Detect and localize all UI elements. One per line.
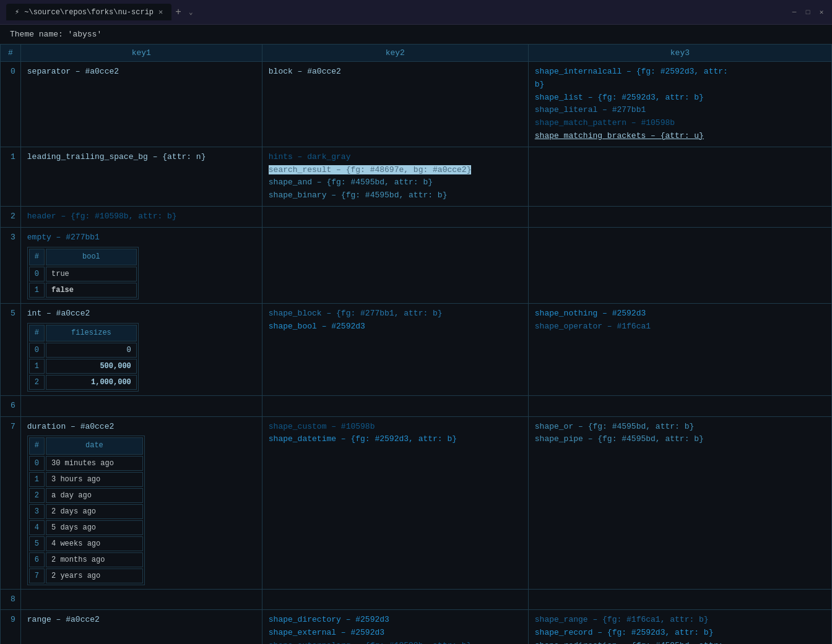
col2-r1-hints: hints – dark_gray xyxy=(269,151,522,164)
col1-r7: duration – #a0cce2 xyxy=(27,422,114,431)
tab-label: ~\source\repos\forks\nu-scrip xyxy=(24,8,154,17)
main-content: # key1 key2 key3 0 separator – #a0cce2 b… xyxy=(0,44,832,644)
col1-row0: separator – #a0cce2 xyxy=(20,62,262,147)
col1-row5: int – #a0cce2 # filesizes 0 0 xyxy=(20,303,262,395)
col3-r7-pipe: shape_pipe – {fg: #4595bd, attr: b} xyxy=(535,433,825,446)
bool-row-0: 0 true xyxy=(29,267,137,281)
table-row: 3 empty – #277bb1 # bool 0 xyxy=(1,227,832,303)
col1-row3: empty – #277bb1 # bool 0 true xyxy=(20,227,262,303)
table-row: 6 xyxy=(1,395,832,416)
col2-row0: block – #a0cce2 xyxy=(262,62,528,147)
col2-r1-shape-and: shape_and – {fg: #4595bd, attr: b} xyxy=(269,176,522,189)
filesizes-mini-table: # filesizes 0 0 1 500,000 xyxy=(27,323,139,392)
duration-row-6: 6 2 months ago xyxy=(29,552,143,567)
col3-r5-operator: shape_operator – #1f6ca1 xyxy=(535,320,825,333)
table-row: 5 int – #a0cce2 # filesizes 0 xyxy=(1,303,832,395)
col3-r9-redirection: shape_redirection – {fg: #4595bd, attr: xyxy=(535,640,825,644)
col2-r9-external: shape_external – #2592d3 xyxy=(269,627,522,640)
data-table: # key1 key2 key3 0 separator – #a0cce2 b… xyxy=(0,44,832,644)
duration-row-4: 4 5 days ago xyxy=(29,520,143,535)
col3-row7: shape_or – {fg: #4595bd, attr: b} shape_… xyxy=(528,416,831,589)
col2-row7: shape_custom – #10598b shape_datetime – … xyxy=(262,416,528,589)
row-num-5: 5 xyxy=(1,303,21,395)
duration-row-1: 1 3 hours ago xyxy=(29,472,143,487)
col1-r2: header – {fg: #10598b, attr: b} xyxy=(27,212,177,221)
row-num-3: 3 xyxy=(1,227,21,303)
col2-r7-datetime: shape_datetime – {fg: #2592d3, attr: b} xyxy=(269,433,522,446)
bool-hash-header: # xyxy=(29,249,45,265)
filesizes-row-1: 1 500,000 xyxy=(29,359,137,374)
col2-row3 xyxy=(262,227,528,303)
theme-name-text: Theme name: 'abyss' xyxy=(10,30,102,39)
col2-r7-custom: shape_custom – #10598b xyxy=(269,421,522,434)
dropdown-button[interactable]: ⌄ xyxy=(185,8,197,16)
filesizes-row-0: 0 0 xyxy=(29,343,137,358)
col3-row0: shape_internalcall – {fg: #2592d3, attr:… xyxy=(528,62,831,147)
col3-row5: shape_nothing – #2592d3 shape_operator –… xyxy=(528,303,831,395)
col2-row6 xyxy=(262,395,528,416)
col3-row9: shape_range – {fg: #1f6ca1, attr: b} sha… xyxy=(528,610,831,644)
col3-row3 xyxy=(528,227,831,303)
table-row: 1 leading_trailing_space_bg – {attr: n} … xyxy=(1,147,832,206)
duration-row-5: 5 4 weeks ago xyxy=(29,536,143,551)
duration-hash-header: # xyxy=(29,437,45,454)
col3-r7-or: shape_or – {fg: #4595bd, attr: b} xyxy=(535,421,825,434)
col2-r5-shape-bool: shape_bool – #2592d3 xyxy=(269,320,522,333)
col3-r0-l4: shape_literal – #277bb1 xyxy=(535,104,825,117)
col1-row1: leading_trailing_space_bg – {attr: n} xyxy=(20,147,262,206)
tab-close-button[interactable]: ✕ xyxy=(158,7,163,17)
col2-row5: shape_block – {fg: #277bb1, attr: b} sha… xyxy=(262,303,528,395)
col1-row7: duration – #a0cce2 # date 0 30 minutes a… xyxy=(20,416,262,589)
minimize-button[interactable]: ─ xyxy=(790,8,799,17)
row-num-1: 1 xyxy=(1,147,21,206)
col-header-key3: key3 xyxy=(528,45,831,62)
col3-r0-l2: b} xyxy=(535,79,825,92)
close-button[interactable]: ✕ xyxy=(817,8,826,17)
col3-row2 xyxy=(528,206,831,227)
title-bar: ⚡ ~\source\repos\forks\nu-scrip ✕ + ⌄ ─ … xyxy=(0,0,832,25)
col1-r1-text: leading_trailing_space_bg – {attr: n} xyxy=(27,152,206,161)
theme-name-bar: Theme name: 'abyss' xyxy=(0,25,832,44)
col3-r0-l1: shape_internalcall – {fg: #2592d3, attr: xyxy=(535,66,825,79)
new-tab-button[interactable]: + xyxy=(171,7,185,18)
col1-row6 xyxy=(20,395,262,416)
col1-row0-text: separator – #a0cce2 xyxy=(27,67,119,76)
table-row: 9 range – #a0cce2 shape_directory – #259… xyxy=(1,610,832,644)
col1-r5: int – #a0cce2 xyxy=(27,309,90,318)
active-tab[interactable]: ⚡ ~\source\repos\forks\nu-scrip ✕ xyxy=(6,4,171,20)
col1-row8 xyxy=(20,589,262,610)
col3-row1 xyxy=(528,147,831,206)
maximize-button[interactable]: □ xyxy=(804,8,812,17)
col2-r1-shape-binary: shape_binary – {fg: #4595bd, attr: b} xyxy=(269,189,522,202)
col2-r1-search: search_result – {fg: #48697e, bg: #a0cce… xyxy=(269,164,522,177)
table-row: 7 duration – #a0cce2 # date 0 xyxy=(1,416,832,589)
col2-r9-externalarg: shape_externalarg – {fg: #10598b, attr: … xyxy=(269,640,522,644)
duration-row-2: 2 a day ago xyxy=(29,488,143,503)
row-num-9: 9 xyxy=(1,610,21,644)
col-header-key2: key2 xyxy=(262,45,528,62)
duration-row-7: 7 2 years ago xyxy=(29,569,143,583)
col1-row9: range – #a0cce2 xyxy=(20,610,262,644)
duration-row-3: 3 2 days ago xyxy=(29,504,143,519)
table-row: 0 separator – #a0cce2 block – #a0cce2 sh… xyxy=(1,62,832,147)
tab-icon: ⚡ xyxy=(15,7,19,17)
duration-row-0: 0 30 minutes ago xyxy=(29,456,143,471)
duration-mini-table: # date 0 30 minutes ago 1 3 hours xyxy=(27,436,145,585)
col3-r0-l3: shape_list – {fg: #2592d3, attr: b} xyxy=(535,92,825,105)
col2-r5-shape-block: shape_block – {fg: #277bb1, attr: b} xyxy=(269,307,522,320)
duration-col-header: date xyxy=(46,437,143,454)
window-controls: ─ □ ✕ xyxy=(790,8,826,17)
filesizes-col-header: filesizes xyxy=(46,325,137,341)
col2-row1: hints – dark_gray search_result – {fg: #… xyxy=(262,147,528,206)
col2-row9: shape_directory – #2592d3 shape_external… xyxy=(262,610,528,644)
table-row: 2 header – {fg: #10598b, attr: b} xyxy=(1,206,832,227)
table-row: 8 xyxy=(1,589,832,610)
col2-row2 xyxy=(262,206,528,227)
col3-r0-l6: shape_matching_brackets – {attr: u} xyxy=(535,130,825,143)
row-num-0: 0 xyxy=(1,62,21,147)
bool-col-header: bool xyxy=(46,249,137,265)
row-num-6: 6 xyxy=(1,395,21,416)
row-num-8: 8 xyxy=(1,589,21,610)
col2-r9-directory: shape_directory – #2592d3 xyxy=(269,614,522,627)
filesizes-row-2: 2 1,000,000 xyxy=(29,375,137,390)
